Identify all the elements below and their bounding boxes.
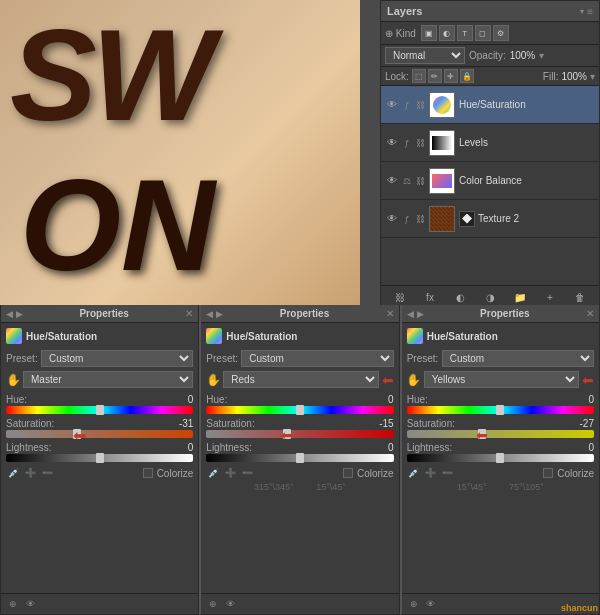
pp3-sample-icon-1[interactable]: 💉	[407, 466, 421, 480]
lock-label: Lock:	[385, 71, 409, 82]
pp3-sat-track[interactable]: ⬅	[407, 430, 594, 438]
pp2-channel-row: ✋ Reds ⬅	[206, 371, 393, 388]
fx-bottom-icon[interactable]: fx	[422, 290, 438, 306]
pp3-channel-select[interactable]: Yellows	[424, 371, 579, 388]
filter-type-icon[interactable]: T	[457, 25, 473, 41]
eye-icon-hue-sat[interactable]: 👁	[385, 98, 399, 112]
pp1-nav-fwd[interactable]: ▶	[16, 309, 23, 319]
layers-panel: Layers ▾ ≡ ⊕ Kind ▣ ◐ T ◻ ⚙ Normal Opaci…	[380, 0, 600, 310]
pp1-sample-icon-3[interactable]: ➖	[40, 466, 54, 480]
pp1-clip-icon[interactable]: ⊕	[6, 597, 20, 611]
pp1-hue-thumb[interactable]	[96, 405, 104, 415]
pp1-visibility-icon[interactable]: 👁	[23, 597, 37, 611]
mask-icon	[459, 211, 475, 227]
prop-panel-1-title: Properties	[79, 308, 128, 319]
pp3-preset-select[interactable]: Custom	[442, 350, 594, 367]
pp2-preset-label: Preset:	[206, 353, 241, 364]
layer-item-texture2[interactable]: 👁 ƒ ⛓ Texture 2	[381, 200, 599, 238]
filter-smart-icon[interactable]: ⚙	[493, 25, 509, 41]
pp1-light-label: Lightness:	[6, 442, 52, 453]
pp2-preset-select[interactable]: Custom	[241, 350, 393, 367]
pp1-channel-select[interactable]: Master	[23, 371, 193, 388]
layer-item-color-balance[interactable]: 👁 ⚖ ⛓ Color Balance	[381, 162, 599, 200]
layers-title: Layers	[387, 5, 422, 17]
eye-icon-levels[interactable]: 👁	[385, 136, 399, 150]
pp2-hue-thumb[interactable]	[296, 405, 304, 415]
prop-panel-2-close[interactable]: ✕	[386, 308, 394, 319]
filter-shape-icon[interactable]: ◻	[475, 25, 491, 41]
pp3-light-track[interactable]	[407, 454, 594, 462]
pp2-colorize-checkbox[interactable]	[343, 468, 353, 478]
fill-arrow[interactable]: ▾	[590, 71, 595, 82]
eye-icon-texture2[interactable]: 👁	[385, 212, 399, 226]
new-layer-icon[interactable]: +	[542, 290, 558, 306]
layer-item-levels[interactable]: 👁 ƒ ⛓ Levels	[381, 124, 599, 162]
lock-transparent-icon[interactable]: ⬚	[412, 69, 426, 83]
pp2-clip-icon[interactable]: ⊕	[206, 597, 220, 611]
pp1-sample-icon-2[interactable]: ➕	[23, 466, 37, 480]
pp2-channel-select[interactable]: Reds	[223, 371, 378, 388]
pp1-light-track[interactable]	[6, 454, 193, 462]
levels-thumbnail	[429, 130, 455, 156]
pp2-light-track[interactable]	[206, 454, 393, 462]
pp1-preset-select[interactable]: Custom	[41, 350, 193, 367]
pp3-nav-fwd[interactable]: ▶	[417, 309, 424, 319]
pp3-hue-track[interactable]	[407, 406, 594, 414]
pp3-light-label-row: Lightness: 0	[407, 442, 594, 453]
pp3-sample-icon-2[interactable]: ➕	[424, 466, 438, 480]
filter-adjust-icon[interactable]: ◐	[439, 25, 455, 41]
blend-mode-select[interactable]: Normal	[385, 47, 465, 64]
prop-panel-1-close[interactable]: ✕	[185, 308, 193, 319]
fx-icon-2: ƒ	[401, 137, 413, 149]
link-layers-icon[interactable]: ⛓	[392, 290, 408, 306]
group-bottom-icon[interactable]: 📁	[512, 290, 528, 306]
pp2-range-label: 315°\345° 15°\45°	[206, 482, 393, 492]
panel-menu-icon[interactable]: ≡	[587, 6, 593, 17]
lock-all-icon[interactable]: 🔒	[460, 69, 474, 83]
pp3-colorize-row: 💉 ➕ ➖ Colorize	[407, 466, 594, 480]
pp2-sample-icon-1[interactable]: 💉	[206, 466, 220, 480]
pp1-sat-track[interactable]: ⬅	[6, 430, 193, 438]
adjustment-bottom-icon[interactable]: ◑	[482, 290, 498, 306]
pp1-sample-icon-1[interactable]: 💉	[6, 466, 20, 480]
opacity-arrow[interactable]: ▾	[539, 50, 544, 61]
pp2-sat-track[interactable]: ⬅	[206, 430, 393, 438]
pp1-colorize-label: Colorize	[157, 468, 194, 479]
pp2-hue-track[interactable]	[206, 406, 393, 414]
watermark: shancun	[561, 603, 598, 613]
pp1-nav-back[interactable]: ◀	[6, 309, 13, 319]
filter-pixel-icon[interactable]: ▣	[421, 25, 437, 41]
lock-paint-icon[interactable]: ✏	[428, 69, 442, 83]
layer-item-hue-saturation[interactable]: 👁 ƒ ⛓ Hue/Saturation	[381, 86, 599, 124]
pp1-section-label: Hue/Saturation	[26, 331, 97, 342]
pp3-visibility-icon[interactable]: 👁	[424, 597, 438, 611]
kind-label: ⊕ Kind	[385, 28, 416, 39]
pp2-visibility-icon[interactable]: 👁	[223, 597, 237, 611]
pp1-preset-row: Preset: Custom	[6, 350, 193, 367]
pp1-section-title: Hue/Saturation	[6, 328, 193, 344]
pp2-sample-icon-2[interactable]: ➕	[223, 466, 237, 480]
pp2-sample-icon-3[interactable]: ➖	[240, 466, 254, 480]
lock-move-icon[interactable]: ✛	[444, 69, 458, 83]
layer-link-icons-3: ⚖ ⛓	[401, 175, 426, 187]
pp3-colorize-checkbox[interactable]	[543, 468, 553, 478]
pp1-sat-label: Saturation:	[6, 418, 54, 429]
mask-bottom-icon[interactable]: ◐	[452, 290, 468, 306]
pp1-hue-track[interactable]	[6, 406, 193, 414]
prop-panel-3-close[interactable]: ✕	[586, 308, 594, 319]
pp3-hue-thumb[interactable]	[496, 405, 504, 415]
pp3-clip-icon[interactable]: ⊕	[407, 597, 421, 611]
pp1-colorize-checkbox[interactable]	[143, 468, 153, 478]
pp2-channel-arrow: ⬅	[382, 372, 394, 388]
delete-layer-icon[interactable]: 🗑	[572, 290, 588, 306]
pp2-light-thumb[interactable]	[296, 453, 304, 463]
collapse-icon[interactable]: ▾	[580, 7, 584, 16]
pp2-nav-back[interactable]: ◀	[206, 309, 213, 319]
pp3-light-thumb[interactable]	[496, 453, 504, 463]
pp2-hue-label-row: Hue: 0	[206, 394, 393, 405]
pp3-nav-back[interactable]: ◀	[407, 309, 414, 319]
pp3-sample-icon-3[interactable]: ➖	[441, 466, 455, 480]
pp2-nav-fwd[interactable]: ▶	[216, 309, 223, 319]
pp1-light-thumb[interactable]	[96, 453, 104, 463]
eye-icon-color-balance[interactable]: 👁	[385, 174, 399, 188]
